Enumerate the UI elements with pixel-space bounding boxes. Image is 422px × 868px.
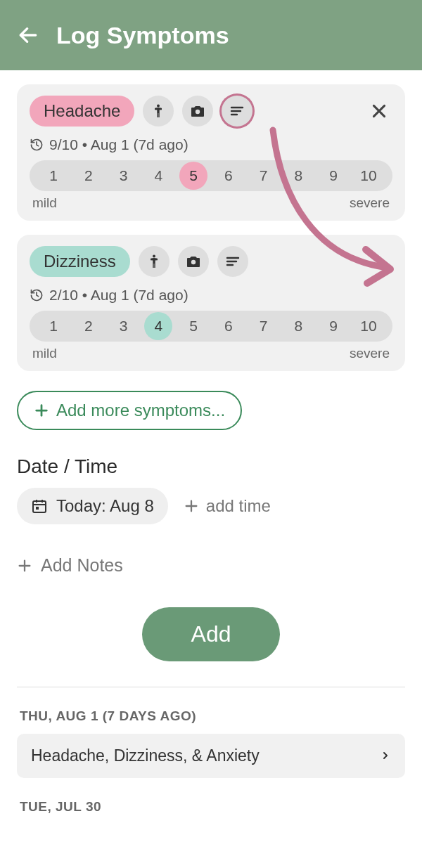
severity-scale[interactable]: 12345678910 [30, 160, 392, 191]
camera-icon[interactable] [178, 246, 209, 277]
camera-icon[interactable] [182, 96, 213, 127]
symptom-pill[interactable]: Dizziness [30, 246, 130, 277]
scale-step[interactable]: 10 [354, 312, 383, 340]
scale-step[interactable]: 5 [179, 162, 207, 190]
svg-point-2 [196, 110, 200, 114]
scale-high-label: severe [350, 346, 390, 361]
calendar-icon [31, 498, 48, 514]
add-button[interactable]: Add [142, 607, 281, 661]
add-notes-label: Add Notes [41, 555, 123, 576]
notes-icon[interactable] [217, 246, 248, 277]
history-date-header: THU, AUG 1 (7 DAYS AGO) [17, 708, 405, 724]
close-icon[interactable] [366, 99, 392, 123]
scale-step[interactable]: 7 [250, 312, 278, 340]
scale-step[interactable]: 8 [284, 312, 312, 340]
scale-step[interactable]: 3 [110, 162, 138, 190]
scale-step[interactable]: 1 [39, 312, 68, 340]
add-notes-button[interactable]: Add Notes [17, 555, 123, 576]
history-entry-label: Headache, Dizziness, & Anxiety [31, 746, 260, 765]
scale-step[interactable]: 6 [215, 312, 243, 340]
datetime-section-title: Date / Time [17, 455, 405, 478]
svg-point-8 [153, 255, 155, 258]
scale-step[interactable]: 4 [144, 162, 172, 190]
severity-scale[interactable]: 12345678910 [30, 311, 392, 342]
scale-step[interactable]: 4 [144, 312, 172, 340]
scale-step[interactable]: 9 [319, 312, 347, 340]
symptom-history: 2/10 • Aug 1 (7d ago) [30, 287, 392, 304]
symptom-history: 9/10 • Aug 1 (7d ago) [30, 136, 392, 153]
add-more-symptoms-button[interactable]: Add more symptoms... [17, 391, 242, 430]
page-title: Log Symptoms [56, 22, 229, 49]
body-map-icon[interactable] [143, 96, 174, 127]
scale-step[interactable]: 6 [215, 162, 243, 190]
history-icon [30, 138, 44, 152]
scale-step[interactable]: 2 [75, 162, 103, 190]
scale-step[interactable]: 5 [179, 312, 207, 340]
svg-point-1 [157, 105, 160, 108]
svg-rect-19 [36, 507, 39, 510]
add-time-button[interactable]: add time [184, 496, 271, 516]
symptom-pill[interactable]: Headache [30, 96, 134, 127]
history-text: 9/10 • Aug 1 (7d ago) [49, 136, 188, 153]
body-map-icon[interactable] [139, 246, 170, 277]
scale-step[interactable]: 8 [284, 162, 312, 190]
scale-step[interactable]: 1 [39, 162, 68, 190]
symptom-card: Dizziness2/10 • Aug 1 (7d ago)1234567891… [17, 235, 405, 371]
scale-step[interactable]: 3 [110, 312, 138, 340]
notes-icon[interactable] [222, 96, 252, 127]
scale-step[interactable]: 10 [354, 162, 383, 190]
add-more-label: Add more symptoms... [56, 401, 225, 420]
scale-step[interactable]: 2 [75, 312, 103, 340]
scale-step[interactable]: 7 [250, 162, 278, 190]
divider [17, 687, 405, 687]
symptom-card: Headache9/10 • Aug 1 (7d ago)12345678910… [17, 84, 405, 221]
scale-low-label: mild [32, 195, 57, 211]
date-chip-label: Today: Aug 8 [56, 496, 154, 516]
history-date-header: TUE, JUL 30 [17, 799, 405, 815]
scale-low-label: mild [32, 346, 57, 361]
app-header: Log Symptoms [0, 0, 422, 70]
history-text: 2/10 • Aug 1 (7d ago) [49, 287, 188, 304]
scale-step[interactable]: 9 [319, 162, 347, 190]
back-arrow-icon[interactable] [17, 24, 39, 46]
svg-rect-15 [33, 501, 46, 512]
history-icon [30, 288, 44, 302]
chevron-right-icon [380, 750, 391, 761]
date-chip[interactable]: Today: Aug 8 [17, 488, 168, 524]
add-time-label: add time [206, 496, 271, 516]
svg-point-9 [191, 260, 196, 264]
scale-high-label: severe [350, 195, 390, 211]
history-entry[interactable]: Headache, Dizziness, & Anxiety [17, 734, 405, 778]
